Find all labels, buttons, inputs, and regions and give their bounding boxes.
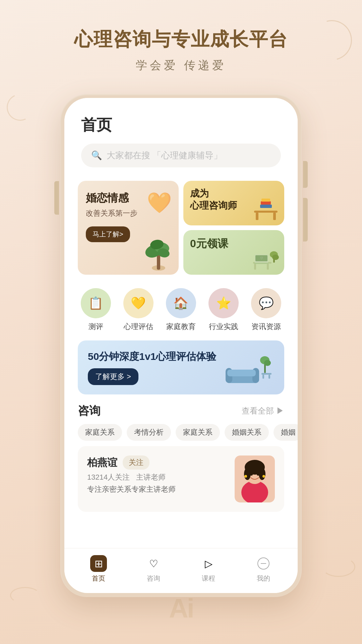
consultant-card[interactable]: 柏燕谊 关注 13214人关注 主讲老师 专注亲密关系专家主讲老师 [78, 446, 284, 512]
tag-1[interactable]: 考情分析 [127, 424, 171, 441]
svg-text:♡: ♡ [260, 256, 263, 260]
nav-course[interactable]: ▷ 课程 [200, 555, 217, 583]
phone-btn-right2 [303, 198, 308, 241]
svg-rect-9 [260, 205, 272, 208]
app-scroll[interactable]: 🧡 婚恋情感 改善关系第一步 马上了解> [64, 177, 298, 548]
nav-home-icon: ⊞ [90, 555, 107, 572]
consultant-followers: 13214人关注 主讲老师 [87, 472, 228, 482]
tag-4[interactable]: 婚姻 [274, 424, 298, 441]
app-subtitle: 学会爱 传递爱 [0, 58, 362, 73]
svg-point-41 [262, 475, 265, 478]
nav-home[interactable]: ⊞ 首页 [90, 555, 107, 583]
svg-rect-1 [157, 255, 160, 270]
icon-item-hangye[interactable]: ⭐ 行业实践 [208, 288, 239, 332]
svg-rect-27 [268, 375, 270, 379]
consultant-desc: 专注亲密关系专家主讲老师 [87, 484, 228, 494]
bottom-nav: ⊞ 首页 ♡ 咨询 ▷ 课程 [64, 548, 298, 593]
icon-item-jiating[interactable]: 🏠 家庭教育 [166, 288, 196, 332]
icon-label-hangye: 行业实践 [209, 322, 238, 332]
banner-grid: 🧡 婚恋情感 改善关系第一步 马上了解> [64, 181, 298, 281]
search-bar[interactable]: 🔍 大家都在搜 「心理健康辅导」 [81, 144, 281, 167]
banner-top-right[interactable]: 成为 心理咨询师 [183, 181, 284, 225]
icon-label-pingce: 测评 [88, 322, 103, 332]
consult-section-title: 咨询 [78, 403, 101, 419]
nav-consult-icon: ♡ [145, 555, 162, 572]
svg-point-37 [259, 468, 265, 480]
deco-curve-left [3, 90, 38, 125]
nav-mine[interactable]: 我的 [255, 555, 272, 583]
header-area: 心理咨询与专业成长平台 学会爱 传递爱 [0, 0, 362, 83]
svg-rect-31 [227, 370, 256, 376]
deco-curve-bottom-left [10, 587, 40, 604]
consult-see-all[interactable]: 查看全部 ▶ [242, 406, 284, 416]
icon-label-jiating: 家庭教育 [166, 322, 196, 332]
nav-home-label: 首页 [92, 574, 105, 583]
app-title: 心理咨询与专业成长平台 [0, 27, 362, 52]
search-icon: 🔍 [91, 150, 102, 161]
svg-rect-7 [256, 213, 258, 220]
consultant-name: 柏燕谊 [87, 456, 117, 470]
sofa-deco [224, 353, 278, 391]
icon-circle-hangye: ⭐ [208, 288, 239, 318]
promo-banner[interactable]: 50分钟深度1v1心理评估体验 了解更多 > [78, 340, 284, 394]
svg-point-24 [264, 360, 271, 366]
tags-row[interactable]: 家庭关系 考情分析 家庭关系 婚姻关系 婚姻 [64, 424, 298, 446]
app-content: 首页 🔍 大家都在搜 「心理健康辅导」 🧡 婚恋情感 改善关系第一步 马上了解> [64, 98, 298, 593]
plant-deco [142, 231, 175, 271]
nav-mine-icon [255, 555, 272, 572]
follow-button[interactable]: 关注 [123, 455, 149, 470]
laptop-deco: ♡ [251, 248, 282, 273]
icon-circle-jiating: 🏠 [166, 288, 196, 318]
nav-course-icon: ▷ [200, 555, 217, 572]
icon-grid: 📋 测评 💛 心理评估 🏠 家庭教育 ⭐ 行业实践 [64, 281, 298, 335]
search-placeholder-text: 大家都在搜 「心理健康辅导」 [107, 150, 222, 161]
consult-section-header: 咨询 查看全部 ▶ [64, 400, 298, 424]
banner-left[interactable]: 🧡 婚恋情感 改善关系第一步 马上了解> [78, 181, 179, 275]
svg-rect-11 [261, 199, 270, 202]
svg-rect-17 [254, 263, 269, 264]
tag-3[interactable]: 婚姻关系 [225, 424, 269, 441]
icon-circle-xinli: 💛 [123, 288, 154, 318]
svg-rect-8 [273, 213, 276, 220]
app-topbar: 首页 🔍 大家都在搜 「心理健康辅导」 [64, 98, 298, 177]
nav-consult-label: 咨询 [147, 574, 160, 583]
icon-item-xinli[interactable]: 💛 心理评估 [123, 288, 154, 332]
svg-point-36 [244, 468, 251, 480]
icon-item-pingce[interactable]: 📋 测评 [81, 288, 111, 332]
bottom-spacer [64, 512, 298, 519]
svg-rect-6 [254, 211, 278, 213]
svg-point-21 [272, 255, 279, 260]
banner-left-btn[interactable]: 马上了解> [86, 226, 130, 242]
nav-course-label: 课程 [202, 574, 215, 583]
svg-rect-26 [262, 375, 264, 379]
svg-point-38 [250, 473, 253, 476]
banner-bottom-right[interactable]: 0元领课 [183, 230, 284, 275]
icon-label-zixun: 资讯资源 [251, 322, 281, 332]
icon-circle-zixun: 💬 [251, 288, 281, 318]
icon-circle-pingce: 📋 [81, 288, 111, 318]
phone-inner: 首页 🔍 大家都在搜 「心理健康辅导」 🧡 婚恋情感 改善关系第一步 马上了解> [64, 98, 298, 593]
heart-deco: 🧡 [147, 191, 172, 215]
svg-rect-10 [261, 201, 271, 205]
icon-item-zixun[interactable]: 💬 资讯资源 [251, 288, 281, 332]
consultant-info: 柏燕谊 关注 13214人关注 主讲老师 专注亲密关系专家主讲老师 [87, 455, 228, 494]
page-title: 首页 [81, 115, 281, 136]
tag-0[interactable]: 家庭关系 [78, 424, 122, 441]
deco-curve-bottom-right [322, 557, 355, 577]
books-table-deco [251, 195, 281, 223]
svg-rect-25 [261, 373, 272, 375]
promo-btn[interactable]: 了解更多 > [88, 368, 138, 385]
nav-consult[interactable]: ♡ 咨询 [145, 555, 162, 583]
tag-2[interactable]: 家庭关系 [176, 424, 220, 441]
ai-badge: Ai [169, 593, 193, 624]
svg-point-39 [257, 473, 259, 476]
phone-btn-left [54, 181, 59, 215]
consultant-name-row: 柏燕谊 关注 [87, 455, 228, 470]
svg-rect-13 [254, 264, 256, 270]
nav-mine-label: 我的 [257, 574, 270, 583]
phone-mockup: 首页 🔍 大家都在搜 「心理健康辅导」 🧡 婚恋情感 改善关系第一步 马上了解> [60, 94, 302, 597]
svg-rect-14 [267, 264, 269, 270]
icon-label-xinli: 心理评估 [124, 322, 153, 332]
phone-btn-right [303, 161, 308, 188]
consultant-avatar [235, 455, 275, 502]
